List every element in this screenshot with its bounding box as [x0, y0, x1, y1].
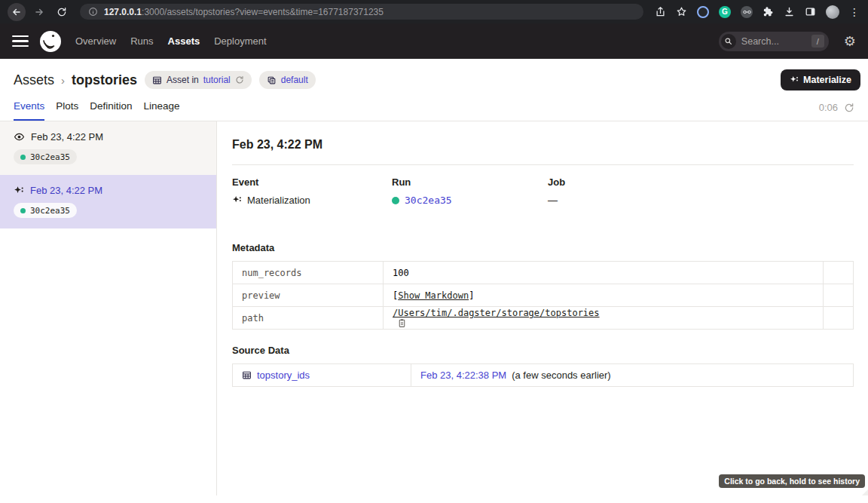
- group-badge-label[interactable]: default: [281, 75, 308, 85]
- source-data-section-title: Source Data: [232, 345, 854, 356]
- source-timestamp-link[interactable]: Feb 23, 4:22:38 PM: [420, 370, 506, 381]
- source-timestamp-note: (a few seconds earlier): [512, 370, 611, 381]
- reload-definitions-icon[interactable]: [235, 75, 244, 84]
- run-id-link[interactable]: 30c2ea35: [405, 195, 452, 206]
- address-bar[interactable]: 127.0.0.1:3000/assets/topstories?view=ev…: [80, 4, 643, 20]
- browser-menu-icon[interactable]: ⋮: [849, 6, 860, 18]
- search-input[interactable]: Search... /: [719, 32, 829, 51]
- window-resize-corner: [862, 489, 868, 495]
- side-panel-icon[interactable]: [805, 6, 816, 17]
- hamburger-menu-icon[interactable]: [12, 35, 29, 48]
- observation-eye-icon: [14, 131, 25, 143]
- nav-item-deployment[interactable]: Deployment: [214, 35, 266, 47]
- breadcrumb-separator: ›: [61, 74, 65, 87]
- breadcrumb: Assets › topstories: [14, 72, 137, 88]
- nav-item-overview[interactable]: Overview: [75, 35, 116, 47]
- run-id: 30c2ea35: [30, 206, 70, 216]
- divider: [232, 164, 854, 165]
- url-text: 127.0.0.1:3000/assets/topstories?view=ev…: [104, 7, 384, 17]
- settings-gear-icon[interactable]: ⚙: [844, 35, 856, 48]
- downloads-icon[interactable]: [784, 6, 795, 17]
- materialize-button-label: Materialize: [803, 75, 851, 85]
- tab-events[interactable]: Events: [14, 100, 44, 121]
- path-link[interactable]: /Users/tim/.dagster/storage/topstories: [393, 308, 600, 318]
- run-tag[interactable]: 30c2ea35: [14, 149, 77, 164]
- refresh-icon[interactable]: [844, 103, 854, 113]
- refresh-countdown: 0:06: [819, 102, 838, 113]
- extension-1password-icon[interactable]: [697, 6, 709, 18]
- url-path: :3000/assets/topstories?view=events&time…: [142, 7, 384, 17]
- copy-stack-icon: [267, 75, 277, 85]
- run-column-label: Run: [392, 176, 548, 188]
- metadata-key: path: [233, 307, 384, 330]
- run-tag[interactable]: 30c2ea35: [14, 203, 77, 218]
- browser-chrome: 127.0.0.1:3000/assets/topstories?view=ev…: [0, 0, 868, 23]
- metadata-extra-cell: [824, 284, 854, 307]
- nav-item-assets[interactable]: Assets: [168, 35, 200, 47]
- repo-badge-link[interactable]: tutorial: [203, 75, 231, 85]
- asset-group-badge[interactable]: default: [259, 71, 316, 89]
- browser-reload-button[interactable]: [53, 3, 71, 21]
- glasses-glyph: [743, 10, 751, 14]
- share-icon[interactable]: [655, 6, 666, 17]
- site-info-icon[interactable]: [88, 7, 98, 17]
- source-timestamp-cell: Feb 23, 4:22:38 PM(a few seconds earlier…: [411, 364, 854, 387]
- metadata-value: 100: [384, 262, 824, 284]
- source-asset-link[interactable]: topstory_ids: [257, 370, 310, 381]
- asset-repo-badge[interactable]: Asset in tutorial: [145, 71, 252, 89]
- browser-back-button[interactable]: [8, 3, 26, 21]
- metadata-value: /Users/tim/.dagster/storage/topstories: [384, 307, 824, 330]
- nav-links: Overview Runs Assets Deployment: [75, 35, 267, 47]
- copy-path-icon[interactable]: [397, 318, 407, 328]
- bookmark-star-icon[interactable]: [676, 6, 687, 17]
- run-status-dot: [20, 208, 26, 213]
- asset-header: Assets › topstories Asset in tutorial de…: [0, 59, 868, 90]
- metadata-key: num_records: [233, 262, 384, 284]
- extensions-puzzle-icon[interactable]: [763, 6, 774, 17]
- app-navbar: Overview Runs Assets Deployment Search..…: [0, 23, 868, 59]
- materialization-sparkle-icon: [14, 186, 24, 196]
- metadata-extra-cell: [824, 307, 854, 330]
- forward-arrow-icon: [34, 7, 44, 17]
- event-list-item-materialization[interactable]: Feb 23, 4:22 PM 30c2ea35: [0, 175, 216, 228]
- metadata-key: preview: [233, 284, 384, 307]
- event-summary-grid: Event Materialization Run 30c2ea35 Job —: [232, 176, 854, 206]
- tab-plots[interactable]: Plots: [56, 100, 78, 121]
- search-shortcut-badge: /: [811, 35, 824, 48]
- browser-profile-avatar[interactable]: [826, 5, 839, 19]
- breadcrumb-current-asset: topstories: [72, 72, 137, 88]
- extension-grammarly-icon[interactable]: G: [719, 6, 731, 18]
- tab-lineage[interactable]: Lineage: [144, 100, 180, 121]
- tab-definition[interactable]: Definition: [90, 100, 132, 121]
- event-list-sidebar: Feb 23, 4:22 PM 30c2ea35 Feb 23, 4:22 PM…: [0, 121, 217, 495]
- table-grid-icon: [152, 75, 162, 85]
- materialize-button[interactable]: Materialize: [781, 69, 860, 90]
- run-id: 30c2ea35: [30, 152, 70, 162]
- breadcrumb-assets-link[interactable]: Assets: [14, 72, 54, 88]
- back-arrow-icon: [11, 7, 22, 17]
- nav-item-runs[interactable]: Runs: [130, 35, 153, 47]
- search-placeholder: Search...: [741, 36, 806, 47]
- job-value: —: [548, 195, 558, 206]
- table-row: path /Users/tim/.dagster/storage/topstor…: [233, 307, 854, 330]
- search-icon: [721, 34, 736, 49]
- table-row: topstory_ids Feb 23, 4:22:38 PM(a few se…: [233, 364, 854, 387]
- dagster-logo[interactable]: [39, 30, 62, 53]
- event-timestamp: Feb 23, 4:22 PM: [31, 131, 103, 143]
- back-history-tooltip: Click to go back, hold to see history: [719, 474, 865, 488]
- source-asset-cell: topstory_ids: [233, 364, 411, 387]
- grammarly-letter: G: [722, 8, 728, 16]
- event-timestamp: Feb 23, 4:22 PM: [30, 185, 102, 196]
- event-detail-title: Feb 23, 4:22 PM: [232, 138, 854, 152]
- event-column-label: Event: [232, 176, 392, 188]
- table-row: preview [Show Markdown]: [233, 284, 854, 307]
- materialize-sparkle-icon: [790, 75, 799, 84]
- run-status-dot: [392, 197, 399, 204]
- show-markdown-link[interactable]: Show Markdown: [398, 290, 469, 301]
- bracket: ]: [469, 290, 474, 301]
- browser-forward-button[interactable]: [30, 3, 48, 21]
- extension-glasses-icon[interactable]: [741, 6, 753, 18]
- asset-tabs: Events Plots Definition Lineage 0:06: [0, 100, 868, 121]
- event-list-item-observation[interactable]: Feb 23, 4:22 PM 30c2ea35: [0, 121, 216, 175]
- metadata-table: num_records 100 preview [Show Markdown] …: [232, 261, 854, 330]
